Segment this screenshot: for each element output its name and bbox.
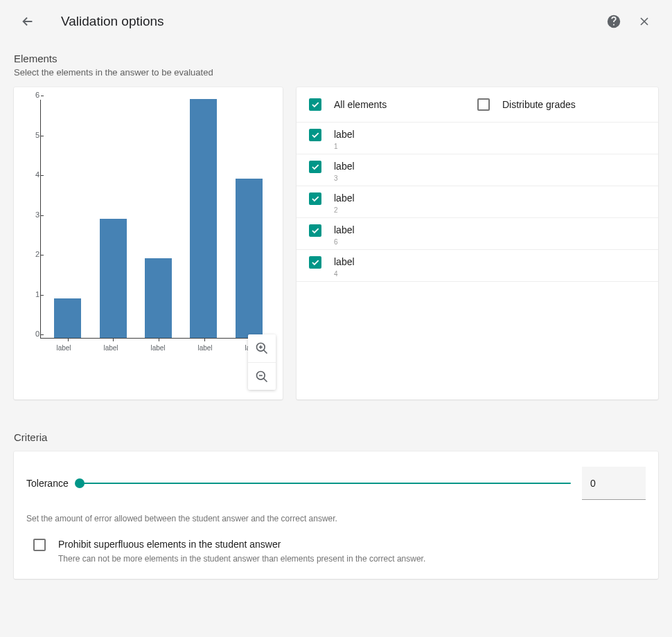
x-tick-label: label bbox=[56, 344, 71, 352]
y-tick-label: 5 bbox=[26, 131, 39, 139]
element-label: label bbox=[334, 129, 355, 140]
y-tick-label: 4 bbox=[26, 170, 39, 179]
bar bbox=[145, 258, 172, 338]
element-checkbox[interactable] bbox=[309, 224, 321, 237]
prohibit-sublabel: There can not be more elements in the st… bbox=[58, 554, 425, 564]
element-label: label bbox=[334, 224, 355, 235]
list-item: label1 bbox=[297, 123, 658, 154]
all-elements-label: All elements bbox=[334, 99, 387, 110]
distribute-grades-label: Distribute grades bbox=[502, 99, 576, 110]
zoom-in-icon bbox=[255, 341, 269, 355]
elements-subheading: Select the elements in the answer to be … bbox=[14, 67, 658, 78]
tolerance-note: Set the amount of error allowed between … bbox=[26, 514, 646, 523]
chart-card: 0123456 labellabellabellabellabel bbox=[14, 87, 283, 400]
close-button[interactable] bbox=[630, 8, 658, 35]
x-tick-label: label bbox=[103, 344, 118, 352]
elements-heading: Elements bbox=[14, 53, 658, 64]
element-label: label bbox=[334, 192, 355, 204]
tolerance-label: Tolerance bbox=[26, 478, 69, 489]
zoom-out-button[interactable] bbox=[248, 362, 276, 390]
element-label: label bbox=[334, 256, 355, 267]
help-button[interactable] bbox=[600, 8, 628, 35]
chart-area: 0123456 bbox=[40, 100, 276, 339]
element-label: label bbox=[334, 161, 355, 172]
criteria-heading: Criteria bbox=[14, 431, 658, 443]
list-item: label2 bbox=[297, 186, 658, 218]
page-title: Validation options bbox=[61, 14, 600, 29]
help-icon bbox=[606, 14, 621, 29]
bar bbox=[100, 219, 127, 339]
all-elements-checkbox[interactable] bbox=[309, 98, 321, 111]
element-sublabel: 2 bbox=[334, 206, 355, 214]
zoom-out-icon bbox=[255, 370, 269, 384]
element-sublabel: 6 bbox=[334, 238, 355, 246]
zoom-controls bbox=[248, 334, 276, 390]
list-item: label4 bbox=[297, 250, 658, 282]
arrow-back-icon bbox=[20, 14, 35, 29]
elements-list: All elements Distribute grades label1lab… bbox=[297, 87, 658, 400]
x-tick-label: label bbox=[150, 344, 165, 352]
close-icon bbox=[637, 15, 651, 28]
element-sublabel: 1 bbox=[334, 143, 355, 150]
element-sublabel: 3 bbox=[334, 174, 355, 182]
tolerance-slider-thumb[interactable] bbox=[75, 478, 85, 488]
tolerance-input[interactable] bbox=[582, 467, 646, 500]
y-tick-label: 1 bbox=[26, 290, 39, 298]
back-button[interactable] bbox=[14, 8, 42, 35]
bar bbox=[54, 298, 81, 339]
tolerance-slider[interactable] bbox=[80, 483, 571, 484]
y-tick-label: 6 bbox=[26, 91, 39, 99]
y-tick-label: 2 bbox=[26, 250, 39, 258]
list-item: label3 bbox=[297, 154, 658, 186]
zoom-in-button[interactable] bbox=[248, 334, 276, 362]
criteria-card: Tolerance Set the amount of error allowe… bbox=[14, 451, 658, 579]
bar bbox=[236, 179, 263, 338]
list-item: label6 bbox=[297, 218, 658, 250]
y-tick-label: 0 bbox=[26, 330, 39, 338]
element-checkbox[interactable] bbox=[309, 129, 321, 141]
prohibit-label: Prohibit superfluous elements in the stu… bbox=[58, 539, 425, 550]
element-checkbox[interactable] bbox=[309, 192, 321, 205]
element-checkbox[interactable] bbox=[309, 161, 321, 173]
distribute-grades-checkbox[interactable] bbox=[477, 98, 490, 111]
element-checkbox[interactable] bbox=[309, 256, 321, 269]
prohibit-checkbox[interactable] bbox=[33, 539, 46, 551]
y-tick-label: 3 bbox=[26, 210, 39, 219]
bar bbox=[190, 99, 217, 338]
x-tick-label: label bbox=[197, 344, 212, 352]
element-sublabel: 4 bbox=[334, 270, 355, 278]
